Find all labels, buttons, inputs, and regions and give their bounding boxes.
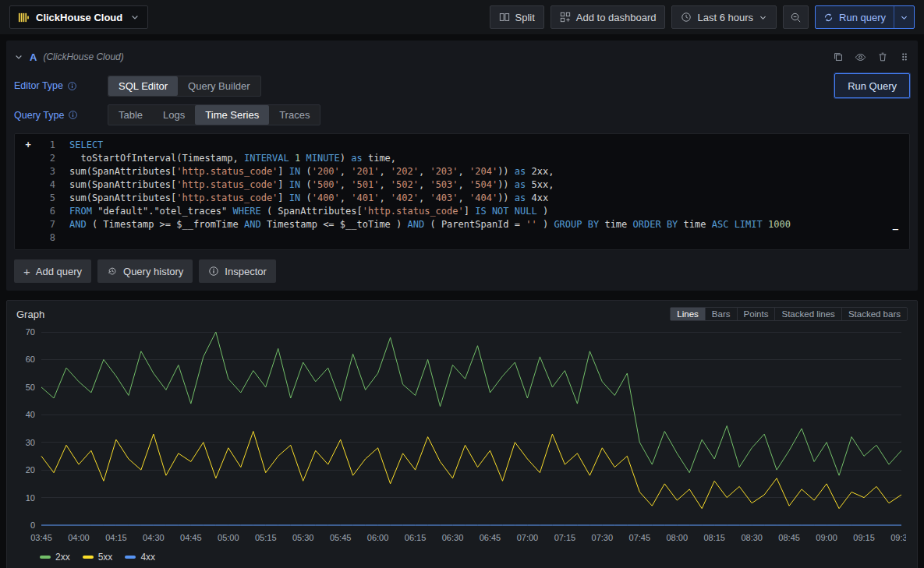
- info-icon[interactable]: [68, 110, 78, 120]
- line-number: 5: [41, 192, 55, 205]
- sql-code-text: toStartOfInterval(Timestamp, INTERVAL 1 …: [69, 152, 396, 165]
- apps-grid-icon: [560, 12, 571, 23]
- datasource-label: ClickHouse Cloud: [36, 12, 122, 23]
- plus-icon: +: [23, 266, 30, 277]
- add-to-dashboard-button[interactable]: Add to dashboard: [551, 5, 666, 29]
- x-tick-label: 04:45: [180, 533, 202, 542]
- timeseries-chart[interactable]: 01020304050607003:4504:0004:1504:3004:45…: [16, 324, 906, 552]
- legend-label-4xx: 4xx: [140, 552, 155, 563]
- y-tick-label: 10: [26, 493, 35, 503]
- legend-swatch-5xx: [83, 556, 94, 559]
- editor-type-option-sql-editor[interactable]: SQL Editor: [108, 76, 178, 96]
- editor-type-segmented-control: SQL EditorQuery Builder: [108, 76, 261, 97]
- graph-mode-bars[interactable]: Bars: [705, 308, 737, 320]
- delete-query-trash-icon[interactable]: [877, 51, 888, 63]
- gutter-spacer: [15, 192, 41, 205]
- graph-mode-points[interactable]: Points: [737, 308, 775, 320]
- chevron-down-icon: [130, 12, 140, 22]
- inspector-button[interactable]: Inspector: [199, 259, 275, 283]
- x-tick-label: 06:45: [480, 533, 501, 542]
- editor-type-option-query-builder[interactable]: Query Builder: [178, 76, 260, 96]
- gutter-spacer: [15, 178, 41, 192]
- query-type-option-table[interactable]: Table: [108, 105, 153, 125]
- x-tick-label: 09:15: [853, 533, 875, 542]
- gutter-spacer: [15, 165, 41, 178]
- clock-icon: [681, 12, 692, 23]
- run-query-topbar-button[interactable]: Run query: [815, 5, 915, 29]
- x-tick-label: 09:30: [890, 533, 906, 542]
- clickhouse-logo-icon: [18, 12, 30, 23]
- x-tick-label: 08:45: [778, 533, 800, 542]
- sql-line[interactable]: 4sum(SpanAttributes['http.status_code'] …: [15, 178, 909, 192]
- history-icon: [107, 266, 118, 277]
- query-editor-pane: A (ClickHouse Cloud) Editor Type SQL Edi…: [6, 41, 918, 291]
- topbar-actions: Split Add to dashboard Last 6 hours: [490, 5, 915, 29]
- query-type-option-traces[interactable]: Traces: [269, 105, 320, 125]
- x-tick-label: 04:30: [143, 533, 165, 542]
- run-query-panel-button[interactable]: Run Query: [834, 73, 910, 98]
- time-range-label: Last 6 hours: [697, 12, 753, 23]
- split-button[interactable]: Split: [490, 5, 544, 29]
- sql-line[interactable]: 3sum(SpanAttributes['http.status_code'] …: [15, 165, 909, 178]
- sql-line[interactable]: 7AND ( Timestamp >= $__fromTime AND Time…: [15, 218, 909, 231]
- y-tick-label: 70: [26, 327, 35, 337]
- sql-line[interactable]: 5sum(SpanAttributes['http.status_code'] …: [15, 192, 909, 205]
- x-tick-label: 07:45: [629, 533, 651, 542]
- add-line-icon[interactable]: +: [15, 139, 41, 152]
- query-history-button[interactable]: Query history: [97, 259, 193, 283]
- graph-panel: Graph LinesBarsPointsStacked linesStacke…: [6, 300, 918, 568]
- graph-panel-title: Graph: [16, 309, 44, 320]
- sql-line[interactable]: 2 toStartOfInterval(Timestamp, INTERVAL …: [15, 152, 909, 165]
- hide-query-eye-icon[interactable]: [855, 51, 866, 63]
- query-type-option-logs[interactable]: Logs: [153, 105, 195, 125]
- legend-label-2xx: 2xx: [55, 552, 70, 563]
- split-icon: [499, 12, 510, 23]
- query-ref-id[interactable]: A: [30, 51, 37, 63]
- graph-mode-stacked-lines[interactable]: Stacked lines: [774, 308, 841, 320]
- line-number: 3: [41, 165, 55, 178]
- sql-code-text: sum(SpanAttributes['http.status_code'] I…: [69, 165, 554, 178]
- sql-lines: +1SELECT2 toStartOfInterval(Timestamp, I…: [15, 139, 909, 245]
- x-tick-label: 04:15: [105, 533, 127, 542]
- y-tick-label: 30: [26, 438, 35, 447]
- sql-code-text: FROM "default"."otel_traces" WHERE ( Spa…: [69, 205, 548, 218]
- sql-line[interactable]: +1SELECT: [15, 139, 909, 152]
- x-tick-label: 09:00: [816, 533, 837, 542]
- x-tick-label: 08:00: [666, 533, 688, 542]
- datasource-picker[interactable]: ClickHouse Cloud: [9, 5, 148, 29]
- run-query-label: Run query: [839, 12, 886, 23]
- graph-panel-header: Graph LinesBarsPointsStacked linesStacke…: [16, 307, 908, 321]
- line-number: 1: [41, 139, 55, 152]
- collapse-chevron-icon[interactable]: [14, 52, 23, 62]
- query-type-option-time-series[interactable]: Time Series: [195, 105, 269, 125]
- query-history-label: Query history: [123, 266, 183, 277]
- run-query-caret[interactable]: [894, 6, 914, 28]
- explore-actions-row: + Add query Query history Inspector: [14, 259, 910, 283]
- zoom-out-button[interactable]: [783, 5, 809, 29]
- split-label: Split: [515, 12, 535, 23]
- info-icon[interactable]: [67, 81, 77, 91]
- time-range-picker[interactable]: Last 6 hours: [671, 5, 777, 29]
- legend-item-5xx[interactable]: 5xx: [83, 552, 113, 563]
- x-tick-label: 07:15: [554, 533, 576, 542]
- y-tick-label: 60: [26, 355, 35, 364]
- editor-type-label-text: Editor Type: [14, 80, 63, 91]
- graph-mode-stacked-bars[interactable]: Stacked bars: [841, 308, 907, 320]
- sql-code-editor[interactable]: +1SELECT2 toStartOfInterval(Timestamp, I…: [14, 133, 910, 250]
- gutter-spacer: [15, 152, 41, 165]
- sql-line[interactable]: 6FROM "default"."otel_traces" WHERE ( Sp…: [15, 205, 909, 218]
- sql-code-text: SELECT: [69, 139, 103, 152]
- duplicate-query-icon[interactable]: [833, 51, 844, 63]
- x-tick-label: 06:30: [442, 533, 464, 542]
- line-number: 6: [41, 205, 55, 218]
- gutter-spacer: [15, 218, 41, 231]
- line-number: 2: [41, 152, 55, 165]
- graph-mode-lines[interactable]: Lines: [671, 308, 705, 320]
- add-query-button[interactable]: + Add query: [14, 259, 91, 283]
- legend-item-4xx[interactable]: 4xx: [125, 552, 155, 563]
- legend-item-2xx[interactable]: 2xx: [40, 552, 70, 563]
- line-number: 8: [41, 231, 55, 245]
- line-number: 7: [41, 218, 55, 231]
- drag-handle-icon[interactable]: [899, 51, 910, 63]
- sql-line[interactable]: 8: [15, 231, 909, 245]
